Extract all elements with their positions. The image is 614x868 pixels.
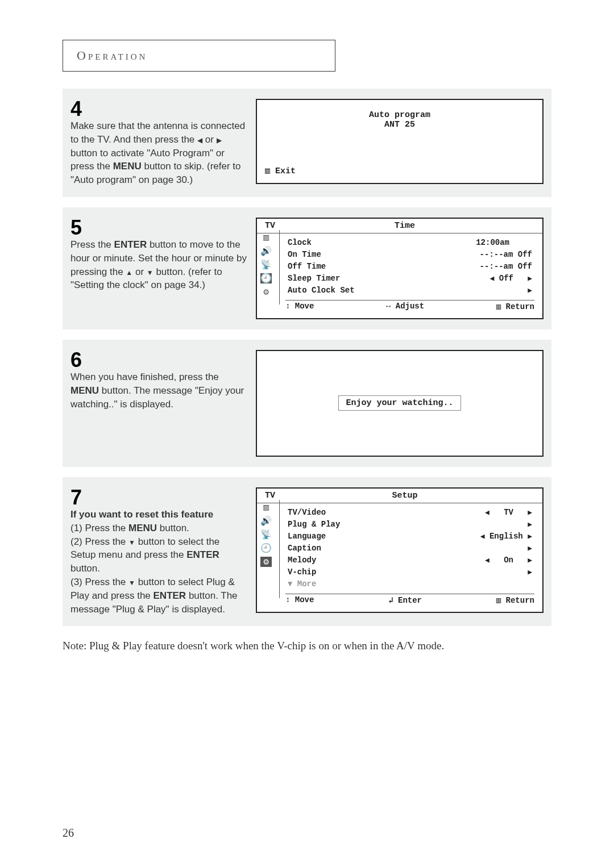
row-label: TV/Video [288, 507, 326, 519]
footnote: Note: Plug & Play feature doesn't work w… [63, 639, 551, 654]
step-5: 5 Press the ENTER button to move to the … [63, 207, 551, 329]
row-label: Off Time [288, 261, 326, 273]
row-label-more: ▼ More [288, 578, 316, 590]
left-arrow-icon: ◀ [480, 532, 485, 541]
step-4: 4 Make sure that the antenna is connecte… [63, 89, 551, 197]
row-value: English [489, 532, 523, 541]
osd-ant-line: ANT 25 [265, 120, 534, 130]
osd-enjoy: Enjoy your watching.. [256, 350, 544, 457]
up-arrow-icon [126, 266, 132, 277]
right-arrow-icon: ▶ [528, 274, 532, 283]
step-number: 5 [70, 218, 247, 238]
right-arrow-icon [217, 134, 222, 145]
sound-icon: 🔊 [260, 516, 272, 526]
right-arrow-icon: ▶ [528, 556, 532, 565]
left-arrow-icon: ◀ [485, 508, 489, 517]
osd-setup-menu: TV Setup ▥ 🔊 📡 🕘 ⚙ TV/Video◀ TV ▶ Plug &… [256, 487, 544, 613]
step-subheading: If you want to reset this feature [70, 508, 247, 521]
osd-message: Enjoy your watching.. [338, 395, 460, 411]
channel-icon: 📡 [260, 529, 272, 540]
updown-icon: ↕ [285, 302, 290, 311]
right-arrow-icon: ▶ [528, 532, 532, 541]
step-6: 6 When you have finished, press the MENU… [63, 340, 551, 467]
osd-rows: TV/Video◀ TV ▶ Plug & Play▶ Language◀ En… [285, 507, 534, 590]
step-7: 7 If you want to reset this feature (1) … [63, 477, 551, 626]
right-arrow-icon: ▶ [528, 519, 532, 531]
enter-icon: ↲ [388, 596, 393, 605]
leftright-icon: ↔ [386, 302, 391, 311]
row-value: On [504, 556, 513, 565]
row-label: Clock [288, 237, 312, 249]
row-label: V-chip [288, 566, 316, 578]
osd-footer: ↕ Move ↲ Enter ▥ Return [285, 594, 534, 605]
step-text: Press the ENTER button to move to the ho… [70, 238, 247, 292]
menu-square-icon: ▥ [496, 596, 501, 605]
picture-icon: ▥ [260, 232, 272, 243]
time-icon: 🕘 [260, 543, 272, 553]
left-arrow-icon: ◀ [490, 274, 495, 283]
osd-time-menu: TV Time ▥ 🔊 📡 🕘 ⚙ Clock12:00am On Time--… [256, 218, 544, 319]
setup-icon: ⚙ [260, 287, 272, 297]
right-arrow-icon: ▶ [528, 285, 532, 297]
down-arrow-icon [128, 536, 135, 547]
down-arrow-icon [128, 577, 135, 587]
row-value: Off [499, 274, 513, 283]
section-header: Operation [63, 40, 335, 72]
osd-auto-program: Auto program ANT 25 ▥ Exit [256, 99, 544, 184]
osd-title: Setup [275, 491, 534, 500]
right-arrow-icon: ▶ [528, 508, 532, 517]
row-value: --:--am Off [480, 261, 532, 273]
left-arrow-icon [197, 134, 202, 145]
osd-exit: Exit [275, 166, 296, 176]
updown-icon: ↕ [285, 595, 290, 604]
step-number: 4 [70, 99, 247, 119]
setup-icon: ⚙ [260, 557, 272, 567]
right-arrow-icon: ▶ [528, 567, 532, 578]
step-number: 7 [70, 487, 247, 508]
row-value: TV [504, 508, 513, 517]
down-arrow-icon [147, 266, 154, 277]
osd-title: Time [275, 221, 534, 231]
step-text: When you have finished, press the MENU b… [70, 370, 247, 411]
row-label: Auto Clock Set [288, 285, 355, 297]
sound-icon: 🔊 [260, 246, 272, 256]
row-label: Caption [288, 542, 321, 554]
osd-sidebar-icons: ▥ 🔊 📡 🕘 ⚙ [257, 230, 280, 304]
osd-tv-label: TV [265, 221, 275, 231]
row-label: Plug & Play [288, 519, 340, 531]
menu-square-icon: ▥ [496, 302, 501, 311]
row-label: Melody [288, 554, 316, 566]
osd-title: Auto program [265, 110, 534, 120]
row-label: Language [288, 531, 326, 542]
right-arrow-icon: ▶ [528, 543, 532, 554]
step-text: If you want to reset this feature (1) Pr… [70, 508, 247, 616]
step-text: Make sure that the antenna is connected … [70, 119, 247, 187]
page-number: 26 [63, 827, 74, 840]
row-label: On Time [288, 249, 321, 261]
osd-tv-label: TV [265, 491, 275, 500]
picture-icon: ▥ [260, 502, 272, 512]
row-value: --:--am Off [480, 249, 532, 261]
left-arrow-icon: ◀ [485, 556, 489, 565]
time-icon: 🕘 [260, 273, 272, 283]
menu-square-icon: ▥ [265, 166, 270, 176]
section-title: Operation [77, 48, 321, 63]
row-label: Sleep Timer [288, 273, 340, 285]
step-number: 6 [70, 350, 247, 370]
osd-footer: ↕ Move ↔ Adjust ▥ Return [285, 300, 534, 311]
osd-rows: Clock12:00am On Time--:--am Off Off Time… [285, 237, 534, 297]
osd-sidebar-icons: ▥ 🔊 📡 🕘 ⚙ [257, 500, 280, 598]
row-value: 12:00am [476, 237, 532, 249]
channel-icon: 📡 [260, 260, 272, 270]
